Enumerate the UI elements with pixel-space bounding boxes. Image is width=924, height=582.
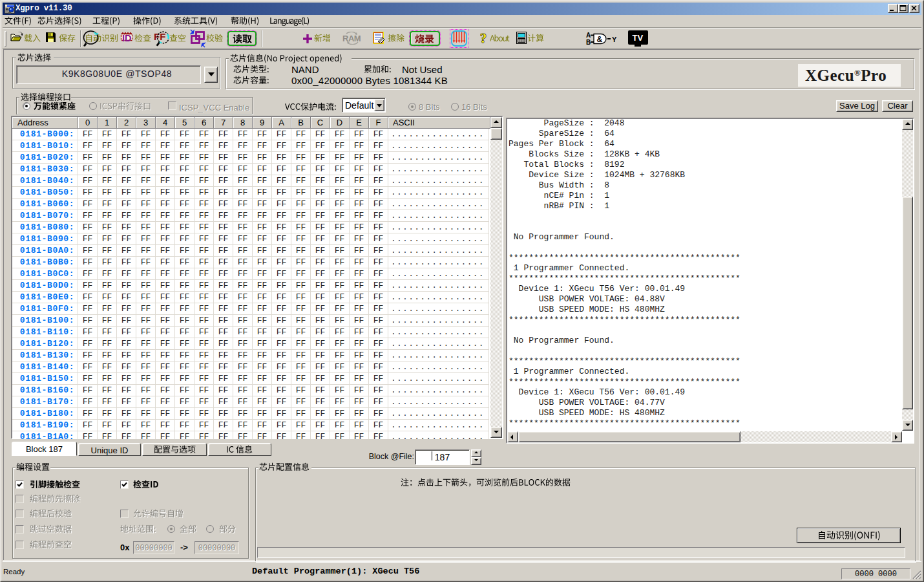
svg-text:RAM: RAM: [342, 34, 361, 43]
svg-text:Y: Y: [612, 36, 617, 43]
svg-text:ID: ID: [122, 33, 132, 43]
svg-text:A: A: [586, 32, 591, 39]
svg-text:FF: FF: [154, 31, 165, 42]
svg-text:B: B: [586, 39, 591, 46]
svg-text:TV: TV: [633, 33, 644, 43]
svg-text:?: ?: [480, 32, 487, 45]
svg-text:&: &: [597, 35, 603, 44]
